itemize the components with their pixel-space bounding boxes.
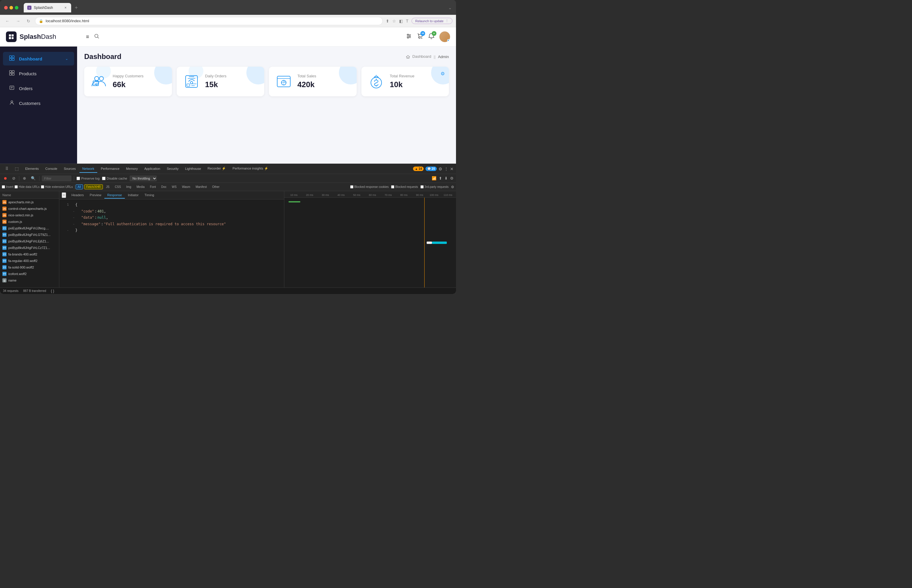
sidebar-item-customers[interactable]: Customers bbox=[3, 96, 74, 110]
devtools-tab-console[interactable]: Console bbox=[42, 165, 60, 173]
devtools-tab-network[interactable]: Network bbox=[79, 165, 97, 173]
filter-other-button[interactable]: Other bbox=[210, 184, 222, 189]
extensions-icon[interactable]: ◧ bbox=[399, 19, 403, 23]
tab-close-button[interactable]: × bbox=[63, 6, 68, 10]
throttle-select[interactable]: No throttling Fast 3G Slow 3G Offline bbox=[129, 176, 157, 181]
resp-tab-headers[interactable]: Headers bbox=[68, 192, 87, 199]
cart-button[interactable]: 35 bbox=[417, 33, 424, 41]
record-button[interactable]: ⏺ bbox=[2, 176, 9, 181]
file-item-11[interactable]: TT icofont.woff2 bbox=[0, 271, 59, 277]
filter-js-button[interactable]: JS bbox=[104, 184, 112, 189]
file-item-0[interactable]: JS apexcharts.min.js bbox=[0, 199, 59, 205]
file-item-7[interactable]: TT pxiByp8kv8JHgFVrLCz7Z1... bbox=[0, 244, 59, 251]
filter-fetch-xhr-button[interactable]: Fetch/XHR bbox=[84, 184, 103, 189]
devtools-tab-elements[interactable]: Elements bbox=[22, 165, 42, 173]
filter-img-button[interactable]: Img bbox=[124, 184, 133, 189]
bookmark-icon[interactable]: ☆ bbox=[392, 19, 396, 23]
devtools-close-button[interactable]: ✕ bbox=[450, 166, 454, 171]
refresh-button[interactable]: ↻ bbox=[25, 18, 32, 24]
profile-avatar-button[interactable] bbox=[440, 31, 450, 42]
devtools-tab-inspect-icon[interactable]: ⬚ bbox=[12, 165, 22, 173]
warning-count[interactable]: ▲ 14 bbox=[413, 166, 424, 171]
export-icon[interactable]: ⬇ bbox=[445, 176, 448, 181]
relaunch-button[interactable]: Relaunch to update ⋮ bbox=[412, 18, 453, 24]
close-button[interactable] bbox=[4, 6, 8, 10]
profile-icon[interactable]: T bbox=[406, 19, 409, 23]
devtools-settings-button[interactable]: ⚙ bbox=[438, 166, 442, 171]
hide-data-urls-checkbox[interactable] bbox=[15, 185, 18, 189]
blocked-cookies-checkbox[interactable] bbox=[350, 185, 353, 189]
disable-cache-label[interactable]: Disable cache bbox=[102, 177, 127, 180]
devtools-tab-memory[interactable]: Memory bbox=[123, 165, 141, 173]
gear-icon[interactable]: ⚙ bbox=[441, 71, 445, 76]
tab-list-chevron[interactable]: ⌄ bbox=[448, 5, 452, 10]
disable-cache-checkbox[interactable] bbox=[102, 177, 105, 180]
hide-data-urls-label[interactable]: Hide data URLs bbox=[15, 185, 40, 189]
filter-ws-button[interactable]: WS bbox=[170, 184, 179, 189]
back-button[interactable]: ← bbox=[3, 18, 11, 24]
blocked-requests-checkbox[interactable] bbox=[391, 185, 395, 189]
resp-tab-response[interactable]: Response bbox=[104, 192, 125, 199]
resp-tab-initiator[interactable]: Initiator bbox=[125, 192, 141, 199]
sidebar-item-orders[interactable]: Orders bbox=[3, 81, 74, 95]
share-icon[interactable]: ⬆ bbox=[386, 19, 389, 23]
search-button[interactable]: 🔍 bbox=[30, 176, 37, 181]
devtools-tab-sources[interactable]: Sources bbox=[61, 165, 79, 173]
sidebar-item-products[interactable]: Products bbox=[3, 67, 74, 80]
clear-button[interactable]: ⊘ bbox=[11, 176, 16, 181]
new-tab-button[interactable]: + bbox=[72, 3, 80, 12]
import-icon[interactable]: ⬆ bbox=[439, 176, 442, 181]
file-item-5[interactable]: TT pxiByp8kv8JHgFVrLGT9Z1... bbox=[0, 231, 59, 238]
filter-manifest-button[interactable]: Manifest bbox=[194, 184, 209, 189]
file-item-8[interactable]: TT fa-brands-400.woff2 bbox=[0, 251, 59, 258]
filter-wasm-button[interactable]: Wasm bbox=[180, 184, 192, 189]
file-item-1[interactable]: JS control-chart-apexcharts.js bbox=[0, 205, 59, 212]
devtools-tab-perf-insights[interactable]: Performance insights ⚡ bbox=[230, 165, 271, 173]
blocked-requests-label[interactable]: Blocked requests bbox=[391, 185, 418, 189]
preserve-log-label[interactable]: Preserve log bbox=[76, 177, 100, 180]
devtools-more-button[interactable]: ⋮ bbox=[444, 166, 448, 171]
devtools-tab-dock-icon[interactable]: ⠿ bbox=[2, 165, 11, 173]
notification-button[interactable]: ● bbox=[428, 33, 435, 41]
hide-ext-urls-label[interactable]: Hide extension URLs bbox=[41, 185, 73, 189]
blocked-cookies-label[interactable]: Blocked response cookies bbox=[350, 185, 389, 189]
file-item-6[interactable]: TT pxiByp8kv8JHgFVrLEj6Z1... bbox=[0, 238, 59, 244]
file-item-2[interactable]: JS nice-select.min.js bbox=[0, 212, 59, 218]
minimize-button[interactable] bbox=[10, 6, 13, 10]
third-party-label[interactable]: 3rd-party requests bbox=[420, 185, 449, 189]
settings-icon[interactable]: ⚙ bbox=[450, 176, 454, 181]
equalizer-button[interactable] bbox=[406, 33, 412, 41]
filter-doc-button[interactable]: Doc bbox=[159, 184, 169, 189]
filter-settings-icon[interactable]: ⚙ bbox=[451, 185, 454, 189]
devtools-tab-performance[interactable]: Performance bbox=[98, 165, 123, 173]
address-bar[interactable]: 🔒 localhost:8080/index.html bbox=[35, 17, 383, 25]
filter-font-button[interactable]: Font bbox=[148, 184, 158, 189]
search-button[interactable] bbox=[94, 34, 99, 40]
devtools-tab-recorder[interactable]: Recorder ⚡ bbox=[205, 165, 229, 173]
file-item-9[interactable]: TT fa-regular-400.woff2 bbox=[0, 258, 59, 264]
info-count[interactable]: 💬 20 bbox=[425, 166, 437, 171]
resp-tab-timing[interactable]: Timing bbox=[141, 192, 157, 199]
format-json-icon[interactable]: { } bbox=[51, 289, 54, 293]
preserve-log-checkbox[interactable] bbox=[76, 177, 80, 180]
file-item-4[interactable]: TT pxiEyp8kv8JHgFVrJJfecg.... bbox=[0, 225, 59, 231]
devtools-tab-application[interactable]: Application bbox=[141, 165, 163, 173]
devtools-tab-security[interactable]: Security bbox=[164, 165, 181, 173]
file-item-12[interactable]: {} name bbox=[0, 277, 59, 284]
devtools-tab-lighthouse[interactable]: Lighthouse bbox=[182, 165, 204, 173]
hide-ext-urls-checkbox[interactable] bbox=[41, 185, 44, 189]
invert-checkbox[interactable] bbox=[2, 185, 5, 189]
filter-all-button[interactable]: All bbox=[76, 184, 83, 189]
third-party-checkbox[interactable] bbox=[420, 185, 424, 189]
filter-input[interactable] bbox=[42, 176, 71, 181]
invert-checkbox-label[interactable]: Invert bbox=[2, 185, 13, 189]
resp-tab-preview[interactable]: Preview bbox=[87, 192, 104, 199]
response-panel-close[interactable]: ✕ bbox=[61, 192, 66, 198]
file-item-10[interactable]: TT fa-solid-900.woff2 bbox=[0, 264, 59, 271]
hamburger-button[interactable]: ≡ bbox=[86, 34, 89, 40]
filter-button[interactable]: ⊕ bbox=[22, 176, 27, 181]
active-tab[interactable]: S SplashDash × bbox=[24, 3, 71, 13]
forward-button[interactable]: → bbox=[14, 18, 22, 24]
sidebar-item-dashboard[interactable]: Dashboard ⌄ bbox=[3, 52, 74, 66]
filter-css-button[interactable]: CSS bbox=[113, 184, 123, 189]
